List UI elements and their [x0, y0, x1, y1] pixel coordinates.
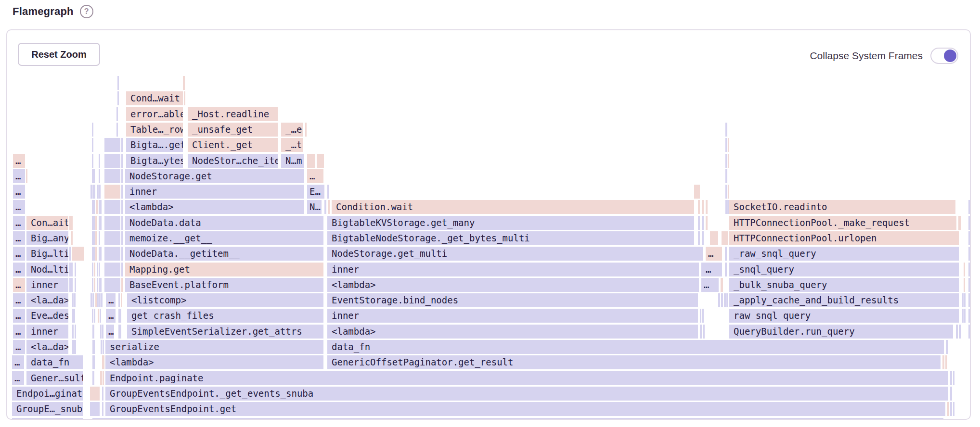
flame-frame[interactable]	[121, 231, 123, 245]
flame-frame[interactable]	[946, 340, 948, 354]
flame-frame[interactable]: EventStorage.bind_nodes	[327, 293, 698, 307]
flame-frame[interactable]	[327, 185, 329, 199]
flame-frame[interactable]: _bulk_snuba_query	[729, 278, 959, 292]
flame-frame[interactable]	[96, 200, 98, 214]
flame-frame[interactable]	[69, 247, 71, 261]
flame-frame[interactable]: get_crash_files	[127, 309, 323, 323]
flame-frame[interactable]	[950, 371, 952, 385]
flame-frame[interactable]	[72, 325, 74, 339]
flame-frame[interactable]	[95, 293, 97, 307]
flame-frame[interactable]	[100, 309, 101, 323]
flame-frame[interactable]	[93, 169, 95, 183]
flame-frame[interactable]	[92, 123, 93, 137]
flame-frame[interactable]	[100, 325, 102, 339]
flame-frame[interactable]	[26, 169, 27, 183]
flame-frame[interactable]: HTTPConnectionPool._make_request	[729, 216, 956, 230]
flame-frame[interactable]	[324, 200, 326, 214]
flame-frame[interactable]	[72, 340, 76, 354]
flame-frame[interactable]	[947, 402, 949, 416]
flame-frame[interactable]	[725, 263, 727, 276]
flame-frame[interactable]	[92, 263, 93, 276]
flame-frame[interactable]	[953, 371, 954, 385]
flame-frame[interactable]: E…	[307, 185, 324, 199]
flame-frame[interactable]	[103, 340, 104, 354]
flame-frame[interactable]: Bigta…ytes	[126, 154, 183, 168]
flame-frame[interactable]	[950, 387, 952, 401]
flame-frame[interactable]: Big…any	[26, 231, 68, 245]
flame-frame[interactable]	[99, 293, 101, 307]
flame-frame[interactable]	[72, 247, 84, 261]
flame-frame[interactable]: serialize	[105, 340, 323, 354]
flame-frame[interactable]	[95, 231, 97, 245]
flame-frame[interactable]	[724, 293, 726, 307]
flame-frame[interactable]	[725, 154, 727, 168]
flame-frame[interactable]	[721, 278, 723, 292]
flame-frame[interactable]: <lambda>	[125, 200, 304, 214]
flame-frame[interactable]	[121, 278, 123, 292]
flame-frame[interactable]	[74, 293, 76, 307]
flame-frame[interactable]	[102, 325, 103, 339]
flame-frame[interactable]	[92, 138, 93, 152]
flame-frame[interactable]	[118, 293, 120, 307]
flame-frame[interactable]	[102, 402, 103, 416]
flame-frame[interactable]	[95, 216, 97, 230]
flame-frame[interactable]: QueryBuilder.run_query	[729, 325, 953, 339]
flame-frame[interactable]	[99, 231, 100, 245]
flame-frame[interactable]: inner	[327, 309, 698, 323]
flame-frame[interactable]: GroupE…_snuba	[12, 402, 83, 416]
flame-frame[interactable]: …	[13, 293, 25, 307]
flame-frame[interactable]	[104, 154, 120, 168]
flame-frame[interactable]	[964, 278, 965, 292]
flame-frame[interactable]	[183, 76, 185, 90]
flame-frame[interactable]: …	[13, 263, 25, 276]
flame-frame[interactable]	[104, 278, 120, 292]
flame-frame[interactable]	[958, 216, 961, 230]
flame-frame[interactable]	[97, 278, 98, 292]
flame-frame[interactable]	[94, 185, 95, 199]
flame-frame[interactable]	[97, 185, 99, 199]
flame-frame[interactable]	[962, 309, 964, 323]
flame-frame[interactable]: NodeStorage.get	[125, 169, 304, 183]
flame-frame[interactable]: <lambda>	[105, 355, 323, 369]
flame-frame[interactable]: …	[13, 231, 25, 245]
flame-frame[interactable]	[726, 293, 728, 307]
flame-frame[interactable]	[99, 154, 100, 168]
flame-frame[interactable]	[725, 200, 727, 214]
flame-frame[interactable]	[328, 200, 330, 214]
flame-frame[interactable]	[72, 293, 74, 307]
flame-frame[interactable]	[698, 231, 700, 245]
flame-frame[interactable]: inner	[125, 185, 304, 199]
flame-frame[interactable]	[702, 216, 704, 230]
flame-frame[interactable]	[100, 216, 102, 230]
flame-frame[interactable]	[103, 371, 104, 385]
flame-frame[interactable]: NodeData.__getitem__	[125, 247, 323, 261]
flame-frame[interactable]: Nod…lti	[26, 263, 68, 276]
flame-frame[interactable]	[117, 91, 119, 105]
flame-frame[interactable]	[725, 123, 727, 137]
flame-frame[interactable]	[121, 263, 123, 276]
flame-frame[interactable]	[69, 263, 73, 276]
flame-frame[interactable]	[98, 309, 99, 323]
flame-frame[interactable]	[93, 216, 95, 230]
flame-frame[interactable]	[956, 325, 958, 339]
flame-frame[interactable]: Table…_row	[126, 123, 183, 137]
flame-frame[interactable]	[710, 231, 718, 245]
flame-frame[interactable]: …	[13, 200, 25, 214]
flame-frame[interactable]	[718, 293, 720, 307]
flame-frame[interactable]	[101, 293, 103, 307]
flame-frame[interactable]: …	[106, 309, 116, 323]
flame-frame[interactable]	[121, 216, 123, 230]
flame-frame[interactable]	[317, 154, 324, 168]
flame-frame[interactable]	[728, 185, 729, 199]
flame-frame[interactable]	[700, 309, 701, 323]
flame-frame[interactable]	[104, 200, 120, 214]
flame-frame[interactable]: Endpoint.paginate	[105, 371, 948, 385]
flame-frame[interactable]	[104, 231, 120, 245]
flame-frame[interactable]	[121, 154, 123, 168]
flame-frame[interactable]	[104, 247, 120, 261]
flame-frame[interactable]: SimpleEventSerializer.get_attrs	[127, 325, 323, 339]
flame-frame[interactable]	[99, 263, 100, 276]
flame-frame[interactable]: BaseEvent.platform	[125, 278, 323, 292]
flame-frame[interactable]	[964, 293, 966, 307]
flame-frame[interactable]: N…m	[281, 154, 304, 168]
